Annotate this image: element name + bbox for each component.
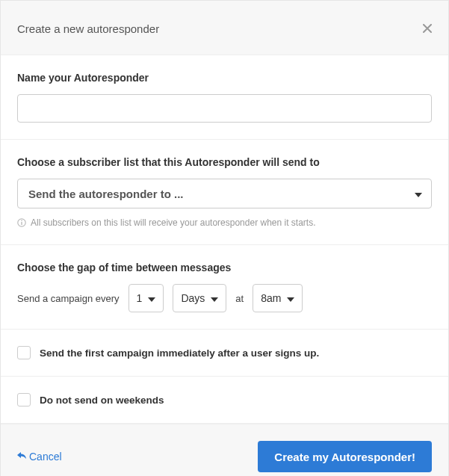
info-icon <box>17 218 26 227</box>
gap-row: Send a campaign every 1 Days at 8am <box>17 284 432 312</box>
subscriber-list-select[interactable]: Send the autoresponder to ... <box>17 179 432 208</box>
gap-time-value: 8am <box>261 292 281 304</box>
chevron-down-icon <box>415 187 422 200</box>
name-label: Name your Autoresponder <box>17 72 432 84</box>
name-section: Name your Autoresponder <box>1 55 448 140</box>
cancel-label: Cancel <box>29 451 62 463</box>
reply-icon <box>17 451 26 463</box>
modal-header: Create a new autoresponder <box>1 1 448 55</box>
gap-unit-value: Days <box>181 292 205 304</box>
create-autoresponder-modal: Create a new autoresponder Name your Aut… <box>0 0 449 476</box>
create-autoresponder-button[interactable]: Create my Autoresponder! <box>258 441 432 472</box>
weekends-section: Do not send on weekends <box>1 377 448 424</box>
gap-unit-select[interactable]: Days <box>173 284 226 312</box>
list-helper-text: All subscribers on this list will receiv… <box>31 217 316 228</box>
weekends-row: Do not send on weekends <box>17 393 432 407</box>
weekends-label: Do not send on weekends <box>40 395 164 406</box>
first-campaign-row: Send the first campaign immediately afte… <box>17 346 432 359</box>
modal-title: Create a new autoresponder <box>17 22 159 35</box>
gap-count-value: 1 <box>137 292 143 304</box>
gap-prefix: Send a campaign every <box>17 293 120 304</box>
weekends-checkbox[interactable] <box>17 393 31 407</box>
modal-footer: Cancel Create my Autoresponder! <box>1 424 448 476</box>
first-campaign-label: Send the first campaign immediately afte… <box>40 347 319 359</box>
chevron-down-icon <box>211 292 218 304</box>
svg-rect-1 <box>21 222 22 225</box>
chevron-down-icon <box>287 292 294 304</box>
first-campaign-section: Send the first campaign immediately afte… <box>1 330 448 377</box>
gap-time-select[interactable]: 8am <box>253 284 303 312</box>
list-helper-row: All subscribers on this list will receiv… <box>17 217 432 228</box>
svg-rect-2 <box>21 220 22 221</box>
chevron-down-icon <box>148 292 155 304</box>
close-icon[interactable] <box>423 22 432 35</box>
first-campaign-checkbox[interactable] <box>17 346 31 359</box>
cancel-button[interactable]: Cancel <box>17 451 62 463</box>
gap-at-label: at <box>235 293 244 304</box>
gap-label: Choose the gap of time between messages <box>17 262 432 273</box>
list-section: Choose a subscriber list that this Autor… <box>1 140 448 245</box>
list-label: Choose a subscriber list that this Autor… <box>17 156 432 168</box>
gap-section: Choose the gap of time between messages … <box>1 245 448 330</box>
gap-count-select[interactable]: 1 <box>128 284 164 312</box>
autoresponder-name-input[interactable] <box>17 94 432 123</box>
list-select-placeholder: Send the autoresponder to ... <box>28 188 184 200</box>
